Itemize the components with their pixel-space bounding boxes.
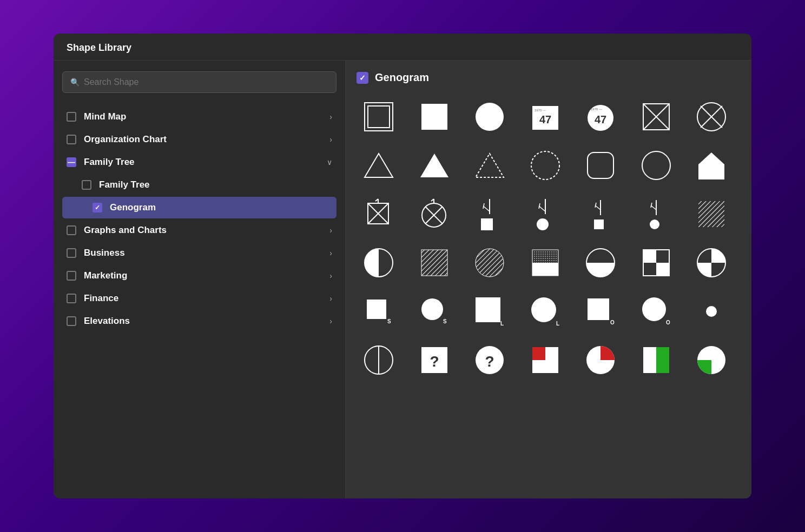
shape-circle-outline[interactable] (634, 143, 678, 188)
shape-rounded-square[interactable] (578, 143, 623, 188)
section-title: Genogram (375, 71, 429, 84)
shape-circle-l[interactable]: L (523, 289, 568, 334)
arrow-mind-map: › (329, 112, 332, 121)
arrow-finance: › (329, 294, 332, 303)
sidebar-item-family-tree-sub[interactable]: Family Tree (62, 174, 336, 196)
svg-line-35 (483, 203, 484, 209)
shape-triangle-dashed[interactable] (467, 143, 512, 188)
svg-line-34 (483, 206, 490, 211)
svg-rect-77 (588, 298, 609, 320)
shape-tree-sq[interactable] (467, 192, 512, 236)
svg-marker-17 (420, 154, 448, 177)
sidebar-item-graphs-charts[interactable]: Graphs and Charts › (62, 220, 336, 241)
svg-rect-63 (532, 250, 558, 263)
shape-red-pie-circle[interactable] (578, 338, 623, 382)
checkbox-business[interactable] (67, 248, 76, 258)
shape-quarter-sq[interactable] (634, 241, 678, 285)
shape-square-number-1[interactable]: 1970 — 47 (523, 95, 568, 139)
content-area: 🔍 Mind Map › Organization Chart › — Fa (54, 61, 751, 498)
shape-square-o[interactable]: O (578, 289, 623, 334)
svg-rect-66 (643, 250, 656, 263)
shape-house[interactable] (689, 143, 734, 188)
shape-sq-question[interactable]: ? (412, 338, 457, 382)
sidebar-label-business: Business (84, 248, 322, 258)
svg-rect-50 (698, 201, 724, 227)
search-box[interactable]: 🔍 (62, 71, 336, 93)
svg-rect-92 (656, 347, 669, 373)
section-check-icon: ✓ (359, 74, 366, 82)
shape-square-outline[interactable] (357, 95, 401, 139)
shape-triangle-filled[interactable] (412, 143, 457, 188)
shape-tree-circle[interactable] (523, 192, 568, 236)
svg-rect-36 (481, 218, 493, 230)
shape-small-tree-sq[interactable] (578, 192, 623, 236)
svg-text:1970 —: 1970 — (591, 108, 602, 111)
arrow-family-tree: ∨ (327, 158, 332, 167)
arrow-business: › (329, 249, 332, 257)
checkbox-org-chart[interactable] (67, 135, 76, 144)
arrow-elevations: › (329, 317, 332, 325)
shape-circle-filled[interactable] (467, 95, 512, 139)
shape-half-line-circle[interactable] (357, 338, 401, 382)
shape-quarter-circle[interactable] (689, 241, 734, 285)
shape-circle-dashed[interactable] (523, 143, 568, 188)
svg-line-42 (595, 205, 601, 210)
shape-red-quarter-sq[interactable] (523, 338, 568, 382)
shape-library-window: Shape Library 🔍 Mind Map › Organization … (54, 34, 751, 498)
shape-small-dot[interactable] (689, 289, 734, 334)
dash-icon: — (68, 158, 75, 166)
shape-circle-s[interactable]: S (412, 289, 457, 334)
sidebar-item-genogram[interactable]: ✓ Genogram (62, 197, 336, 218)
shape-hatch-sq-2[interactable] (412, 241, 457, 285)
check-icon: ✓ (95, 204, 100, 211)
sidebar-item-finance[interactable]: Finance › (62, 288, 336, 309)
sidebar-label-elevations: Elevations (84, 316, 322, 327)
svg-point-71 (421, 298, 443, 320)
sidebar-label-family-tree-sub: Family Tree (99, 179, 332, 190)
checkbox-elevations[interactable] (67, 316, 76, 326)
svg-text:L: L (556, 321, 559, 327)
shape-hatch-square[interactable] (689, 192, 734, 236)
shape-circle-x[interactable] (689, 95, 734, 139)
svg-text:O: O (666, 320, 670, 325)
checkbox-marketing[interactable] (67, 271, 76, 281)
title-bar: Shape Library (54, 34, 751, 61)
svg-text:S: S (443, 318, 447, 324)
shape-square-l[interactable]: L (467, 289, 512, 334)
shape-half-sq-bottom[interactable] (523, 241, 568, 285)
shape-triangle-outline[interactable] (357, 143, 401, 188)
shape-small-tree-circle[interactable] (634, 192, 678, 236)
sidebar-item-family-tree[interactable]: — Family Tree ∨ (62, 151, 336, 173)
svg-marker-16 (365, 154, 393, 177)
sidebar-item-mind-map[interactable]: Mind Map › (62, 106, 336, 128)
checkbox-family-tree-sub[interactable] (82, 180, 91, 190)
svg-line-47 (651, 203, 652, 208)
shape-circle-number-1[interactable]: 1970 — 47 (578, 95, 623, 139)
shape-circle-question[interactable]: ? (467, 338, 512, 382)
search-input[interactable] (84, 77, 328, 87)
checkbox-graphs-charts[interactable] (67, 225, 76, 235)
svg-rect-20 (588, 152, 613, 178)
shape-square-filled[interactable] (412, 95, 457, 139)
shape-circle-x-deceased[interactable] (412, 192, 457, 236)
sidebar-label-marketing: Marketing (84, 270, 322, 281)
checkbox-finance[interactable] (67, 294, 76, 303)
shape-half-white-circle-left[interactable] (357, 241, 401, 285)
shape-square-x[interactable] (634, 95, 678, 139)
shape-hatch-circle[interactable] (467, 241, 512, 285)
sidebar-item-business[interactable]: Business › (62, 242, 336, 264)
shape-square-s[interactable]: S (357, 289, 401, 334)
shape-green-half-sq[interactable] (634, 338, 678, 382)
shape-green-quarter-circle[interactable] (689, 338, 734, 382)
checkbox-genogram[interactable]: ✓ (93, 203, 102, 212)
checkbox-family-tree[interactable]: — (67, 157, 76, 167)
sidebar-item-elevations[interactable]: Elevations › (62, 310, 336, 332)
svg-point-40 (537, 218, 549, 230)
section-checkbox[interactable]: ✓ (357, 72, 368, 84)
checkbox-mind-map[interactable] (67, 112, 76, 122)
shape-half-bottom-circle[interactable] (578, 241, 623, 285)
shape-square-x-deceased[interactable] (357, 192, 401, 236)
sidebar-item-org-chart[interactable]: Organization Chart › (62, 129, 336, 150)
sidebar-item-marketing[interactable]: Marketing › (62, 265, 336, 287)
shape-circle-o[interactable]: O (634, 289, 678, 334)
